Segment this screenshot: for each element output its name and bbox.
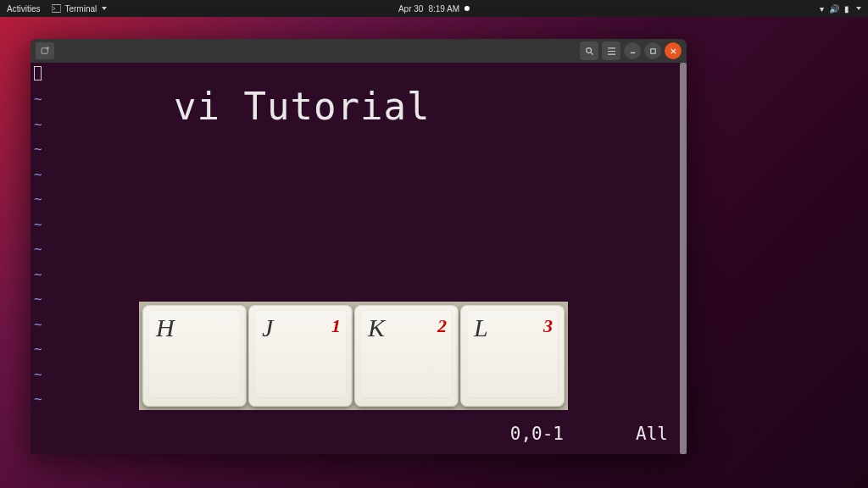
activities-button[interactable]: Activities	[7, 4, 40, 14]
close-button[interactable]	[665, 42, 682, 59]
minimize-icon	[629, 47, 637, 55]
volume-icon: 🔊	[829, 4, 839, 14]
tutorial-title-overlay: vi Tutorial	[174, 85, 430, 128]
svg-rect-8	[650, 48, 654, 53]
new-tab-icon	[41, 47, 50, 55]
network-icon: ▾	[820, 4, 824, 14]
search-button[interactable]	[580, 42, 598, 60]
vim-cursor-position: 0,0-1	[510, 424, 564, 444]
chevron-down-icon	[856, 7, 861, 10]
chevron-down-icon	[102, 7, 107, 10]
key-k: K 2	[354, 305, 459, 407]
vim-empty-line-column: ~~~ ~~~ ~~~ ~~~ ~	[34, 86, 42, 412]
svg-line-3	[590, 52, 593, 54]
terminal-app-icon	[52, 4, 61, 13]
battery-icon: ▮	[844, 4, 849, 14]
key-l: L 3	[460, 305, 565, 407]
clock-area[interactable]: Apr 30 8:19 AM	[398, 4, 470, 14]
hjkl-keys-overlay: H J 1 K 2 L 3	[139, 302, 568, 410]
maximize-icon	[649, 47, 657, 55]
text-cursor	[34, 66, 42, 80]
scrollbar[interactable]	[680, 63, 687, 454]
minimize-button[interactable]	[624, 42, 641, 59]
search-icon	[585, 47, 594, 56]
active-app-menu[interactable]: Terminal	[52, 4, 107, 14]
gnome-topbar: Activities Terminal Apr 30 8:19 AM ▾ 🔊 ▮	[0, 0, 868, 17]
recording-indicator-icon	[465, 6, 470, 11]
svg-rect-1	[41, 48, 47, 53]
window-titlebar	[31, 39, 687, 63]
system-status-area[interactable]: ▾ 🔊 ▮	[820, 4, 861, 14]
svg-rect-0	[52, 4, 61, 12]
new-tab-button[interactable]	[36, 42, 54, 59]
close-icon	[670, 47, 677, 55]
key-h: H	[142, 305, 247, 407]
vim-view-percent: All	[636, 424, 668, 444]
hamburger-icon	[607, 47, 616, 55]
hamburger-menu-button[interactable]	[602, 42, 620, 60]
maximize-button[interactable]	[644, 42, 661, 59]
key-j: J 1	[248, 305, 353, 407]
svg-point-2	[586, 47, 591, 53]
